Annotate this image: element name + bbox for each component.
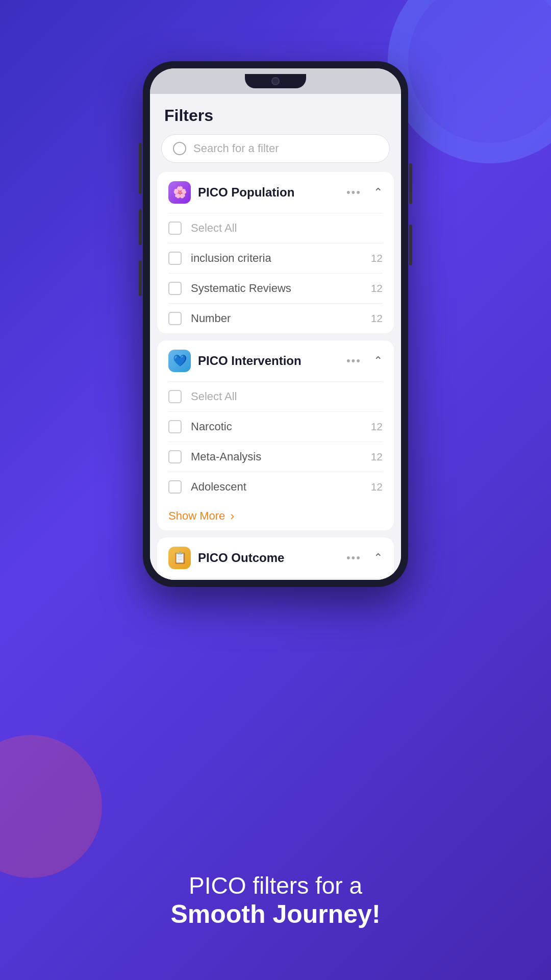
checkbox-systematic[interactable]	[168, 282, 182, 295]
checkbox-inclusion[interactable]	[168, 252, 182, 265]
phone-mockup: Filters Search for a filter 🌸 PICO Popul…	[143, 61, 408, 587]
population-chevron[interactable]: ⌃	[373, 186, 383, 199]
section-outcome: 📋 PICO Outcome ••• ⌃ Select All	[157, 537, 394, 580]
select-all-label-intervention: Select All	[191, 390, 383, 403]
section-title-population: PICO Population	[198, 185, 339, 200]
select-all-row-outcome[interactable]: Select All	[157, 579, 394, 580]
count-number: 12	[371, 312, 383, 325]
bg-decoration-circle-bottom	[0, 735, 102, 878]
bottom-text-line1: PICO filters for a	[0, 872, 551, 899]
label-narcotic: Narcotic	[191, 420, 362, 433]
intervention-icon: 💙	[168, 350, 191, 372]
label-inclusion: inclusion criteria	[191, 252, 362, 265]
select-all-label-population: Select All	[191, 222, 383, 235]
sections-scroll[interactable]: 🌸 PICO Population ••• ⌃ Select All	[150, 172, 401, 580]
outcome-dots-menu[interactable]: •••	[346, 551, 361, 565]
search-icon	[173, 142, 186, 155]
bottom-text-line2: Smooth Journey!	[0, 899, 551, 929]
show-more-arrow-icon: ›	[230, 509, 234, 523]
filter-item-narcotic[interactable]: Narcotic 12	[157, 412, 394, 442]
label-number: Number	[191, 312, 362, 325]
volume-mid-button	[139, 209, 142, 245]
filters-header: Filters	[150, 94, 401, 134]
label-adolescent: Adolescent	[191, 480, 362, 494]
select-all-checkbox-population[interactable]	[168, 222, 182, 235]
screen-content: Filters Search for a filter 🌸 PICO Popul…	[150, 94, 401, 580]
count-inclusion: 12	[371, 252, 383, 264]
filter-item-adolescent[interactable]: Adolescent 12	[157, 472, 394, 502]
filter-item-inclusion[interactable]: inclusion criteria 12	[157, 243, 394, 273]
outcome-icon: 📋	[168, 547, 191, 569]
filter-item-systematic[interactable]: Systematic Reviews 12	[157, 274, 394, 303]
volume-down-button	[409, 225, 412, 265]
volume-up-button	[139, 143, 142, 194]
population-dots-menu[interactable]: •••	[346, 186, 361, 199]
phone-screen: Filters Search for a filter 🌸 PICO Popul…	[150, 68, 401, 580]
phone-frame: Filters Search for a filter 🌸 PICO Popul…	[143, 61, 408, 587]
checkbox-adolescent[interactable]	[168, 480, 182, 494]
count-adolescent: 12	[371, 481, 383, 493]
checkbox-meta[interactable]	[168, 450, 182, 463]
count-narcotic: 12	[371, 421, 383, 433]
front-camera	[271, 77, 280, 85]
bg-decoration-circle-top	[388, 0, 551, 163]
section-header-outcome[interactable]: 📋 PICO Outcome ••• ⌃	[157, 537, 394, 578]
search-bar[interactable]: Search for a filter	[161, 134, 390, 163]
select-all-row-intervention[interactable]: Select All	[157, 382, 394, 411]
phone-notch	[245, 74, 306, 88]
page-title: Filters	[164, 106, 387, 125]
count-meta: 12	[371, 451, 383, 463]
select-all-row-population[interactable]: Select All	[157, 213, 394, 243]
intervention-chevron[interactable]: ⌃	[373, 354, 383, 368]
section-header-population[interactable]: 🌸 PICO Population ••• ⌃	[157, 172, 394, 213]
bottom-text-block: PICO filters for a Smooth Journey!	[0, 872, 551, 929]
section-header-intervention[interactable]: 💙 PICO Intervention ••• ⌃	[157, 340, 394, 381]
show-more-row[interactable]: Show More ›	[157, 502, 394, 530]
section-title-intervention: PICO Intervention	[198, 354, 339, 368]
population-icon: 🌸	[168, 181, 191, 204]
select-all-checkbox-intervention[interactable]	[168, 390, 182, 403]
phone-notch-area	[150, 68, 401, 94]
label-meta: Meta-Analysis	[191, 450, 362, 463]
search-placeholder: Search for a filter	[193, 142, 279, 155]
show-more-label[interactable]: Show More	[168, 509, 225, 523]
section-title-outcome: PICO Outcome	[198, 551, 339, 565]
filter-item-number[interactable]: Number 12	[157, 304, 394, 333]
filter-item-meta[interactable]: Meta-Analysis 12	[157, 442, 394, 472]
section-intervention: 💙 PICO Intervention ••• ⌃ Select All	[157, 340, 394, 530]
checkbox-narcotic[interactable]	[168, 420, 182, 433]
count-systematic: 12	[371, 282, 383, 295]
outcome-chevron[interactable]: ⌃	[373, 551, 383, 565]
label-systematic: Systematic Reviews	[191, 282, 362, 295]
power-button	[409, 163, 412, 204]
section-population: 🌸 PICO Population ••• ⌃ Select All	[157, 172, 394, 333]
intervention-dots-menu[interactable]: •••	[346, 354, 361, 368]
checkbox-number[interactable]	[168, 312, 182, 325]
volume-bot-button	[139, 260, 142, 296]
